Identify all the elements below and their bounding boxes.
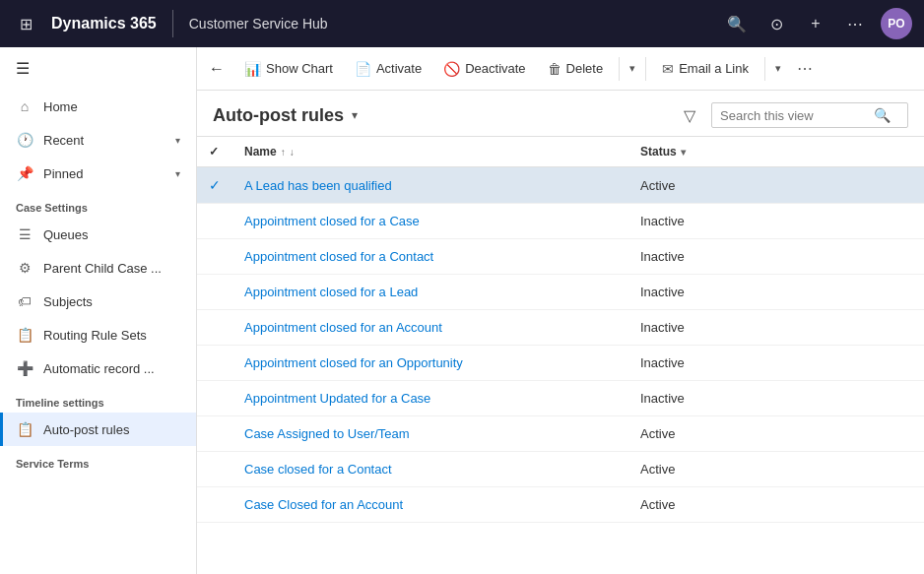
name-col-label: Name (244, 145, 277, 159)
row-status-cell: Inactive (628, 275, 924, 310)
sidebar-item-subjects[interactable]: 🏷 Subjects (0, 285, 196, 318)
email-link-button[interactable]: ✉ Email a Link (652, 55, 759, 83)
row-name-link[interactable]: Case Closed for an Account (244, 497, 403, 512)
row-status-cell: Active (628, 167, 924, 204)
row-check-cell[interactable] (197, 204, 232, 239)
row-name-link[interactable]: A Lead has been qualified (244, 178, 392, 193)
sidebar-item-queues[interactable]: ☰ Queues (0, 218, 196, 251)
sidebar-pinned-label: Pinned (43, 166, 83, 181)
delete-button[interactable]: 🗑 Delete (538, 55, 614, 83)
view-title-chevron-icon[interactable]: ▾ (352, 108, 358, 122)
sidebar-parent-child-label: Parent Child Case ... (43, 261, 162, 276)
search-input[interactable] (720, 108, 868, 123)
view-title: Auto-post rules (213, 105, 344, 126)
sidebar-item-auto-post[interactable]: 📋 Auto-post rules (0, 413, 196, 446)
filter-icon[interactable]: ▽ (684, 106, 695, 125)
content-area: Auto-post rules ▾ ▽ 🔍 ✓ (197, 91, 924, 574)
table-row[interactable]: Appointment closed for an AccountInactiv… (197, 310, 924, 346)
row-name-cell: Case closed for a Contact (232, 452, 628, 487)
table-row[interactable]: Case Closed for an AccountActive (197, 487, 924, 523)
cmd-chevron-1[interactable]: ▾ (626, 56, 639, 81)
row-name-cell: Appointment Updated for a Case (232, 381, 628, 416)
table-row[interactable]: Appointment closed for a CaseInactive (197, 204, 924, 239)
row-check-cell[interactable] (197, 452, 232, 487)
sidebar-item-pinned[interactable]: 📌 Pinned ▾ (0, 157, 196, 190)
auto-post-icon: 📋 (16, 421, 33, 437)
row-name-link[interactable]: Appointment Updated for a Case (244, 391, 430, 406)
email-icon: ✉ (662, 61, 674, 77)
sidebar-item-routing[interactable]: 📋 Routing Rule Sets (0, 318, 196, 351)
timeline-settings-section: Timeline settings (0, 385, 196, 413)
nav-divider (172, 10, 173, 37)
show-chart-button[interactable]: 📊 Show Chart (234, 55, 343, 83)
recent-chevron-icon: ▾ (175, 135, 180, 146)
row-check-cell[interactable] (197, 381, 232, 416)
settings-icon[interactable]: ⋯ (841, 15, 869, 33)
search-box: 🔍 (711, 102, 908, 128)
table-row[interactable]: Appointment closed for a ContactInactive (197, 239, 924, 275)
app-name: Dynamics 365 (51, 15, 157, 32)
sidebar-item-home[interactable]: ⌂ Home (0, 90, 196, 123)
pinned-icon: 📌 (16, 165, 33, 181)
row-name-cell: Case Closed for an Account (232, 487, 628, 523)
table-row[interactable]: Case Assigned to User/TeamActive (197, 416, 924, 452)
row-name-link[interactable]: Appointment closed for a Lead (244, 285, 418, 299)
back-button[interactable]: ← (209, 60, 225, 78)
table-row[interactable]: Appointment Updated for a CaseInactive (197, 381, 924, 416)
top-navigation: ⊞ Dynamics 365 Customer Service Hub 🔍 ⊙ … (0, 0, 924, 47)
row-name-cell: Appointment closed for an Opportunity (232, 346, 628, 381)
sidebar-auto-post-label: Auto-post rules (43, 422, 129, 437)
row-status-cell: Inactive (628, 239, 924, 275)
row-check-cell[interactable] (197, 346, 232, 381)
sidebar-item-recent[interactable]: 🕐 Recent ▾ (0, 123, 196, 157)
goal-icon[interactable]: ⊙ (762, 15, 790, 33)
row-check-cell[interactable] (197, 416, 232, 452)
parent-child-icon: ⚙ (16, 260, 33, 276)
sort-desc-icon[interactable]: ↓ (290, 147, 295, 158)
deactivate-button[interactable]: 🚫 Deactivate (433, 55, 535, 83)
col-header-status[interactable]: Status ▾ (628, 137, 924, 167)
table-row[interactable]: ✓A Lead has been qualifiedActive (197, 167, 924, 204)
sidebar-item-parent-child[interactable]: ⚙ Parent Child Case ... (0, 251, 196, 285)
search-nav-icon[interactable]: 🔍 (723, 15, 751, 33)
cmd-divider-2 (645, 57, 646, 81)
row-name-link[interactable]: Case Assigned to User/Team (244, 426, 410, 441)
subjects-icon: 🏷 (16, 293, 33, 309)
sidebar-toggle[interactable]: ☰ (0, 47, 196, 90)
sidebar-automatic-label: Automatic record ... (43, 361, 155, 376)
cmd-chevron-2[interactable]: ▾ (771, 56, 785, 81)
command-bar: ← 📊 Show Chart 📄 Activate 🚫 Deactivate 🗑… (197, 47, 924, 91)
waffle-icon[interactable]: ⊞ (12, 15, 39, 33)
hub-name: Customer Service Hub (189, 16, 328, 32)
deactivate-label: Deactivate (465, 61, 525, 76)
row-name-link[interactable]: Appointment closed for a Contact (244, 249, 433, 264)
email-link-label: Email a Link (679, 61, 749, 76)
row-name-link[interactable]: Appointment closed for an Account (244, 320, 442, 335)
row-check-cell[interactable] (197, 239, 232, 275)
search-icon[interactable]: 🔍 (874, 107, 891, 123)
activate-button[interactable]: 📄 Activate (345, 55, 431, 83)
status-sort-icon: ▾ (681, 147, 686, 158)
sidebar-item-automatic[interactable]: ➕ Automatic record ... (0, 351, 196, 385)
row-name-link[interactable]: Case closed for a Contact (244, 462, 392, 477)
more-commands-icon[interactable]: ⋯ (789, 55, 821, 82)
status-col-label: Status (640, 145, 677, 159)
row-name-link[interactable]: Appointment closed for an Opportunity (244, 355, 463, 370)
col-header-check: ✓ (197, 137, 232, 167)
add-icon[interactable]: + (802, 15, 829, 32)
row-name-link[interactable]: Appointment closed for a Case (244, 214, 420, 228)
table-row[interactable]: Appointment closed for a LeadInactive (197, 275, 924, 310)
row-check-cell[interactable] (197, 310, 232, 346)
table-row[interactable]: Case closed for a ContactActive (197, 452, 924, 487)
row-check-cell[interactable]: ✓ (197, 167, 232, 204)
recent-icon: 🕐 (16, 132, 33, 148)
row-status-cell: Active (628, 452, 924, 487)
col-header-name[interactable]: Name ↑ ↓ (232, 137, 628, 167)
row-check-cell[interactable] (197, 487, 232, 523)
row-status-cell: Inactive (628, 204, 924, 239)
avatar[interactable]: PO (881, 8, 912, 39)
deactivate-icon: 🚫 (443, 61, 460, 77)
row-check-cell[interactable] (197, 275, 232, 310)
sidebar-routing-label: Routing Rule Sets (43, 328, 147, 343)
table-row[interactable]: Appointment closed for an OpportunityIna… (197, 346, 924, 381)
